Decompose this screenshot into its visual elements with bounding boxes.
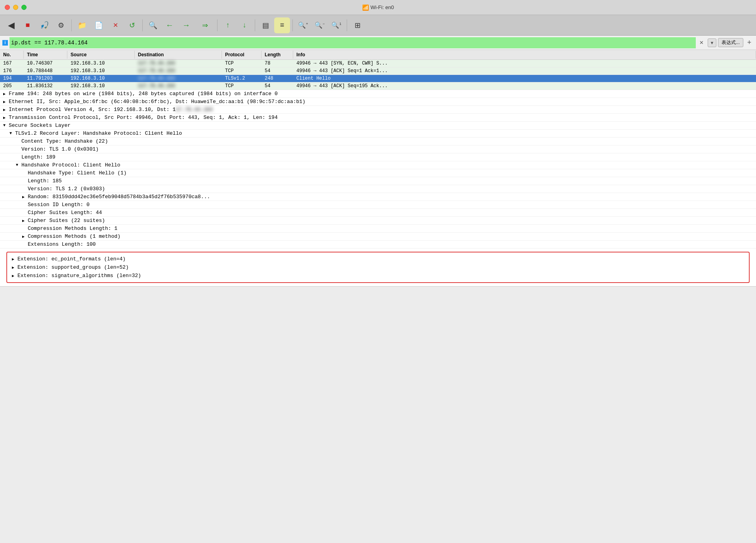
expand-arrow: ▶ xyxy=(3,99,9,104)
detail-panel: ▶ Frame 194: 248 bytes on wire (1984 bit… xyxy=(0,90,756,543)
back-btn[interactable]: ← xyxy=(162,17,178,33)
capture-filter-icon: 🎣 xyxy=(40,21,49,30)
col-no[interactable]: No. xyxy=(0,51,24,59)
capture-filter-btn[interactable]: 🎣 xyxy=(36,17,52,33)
expand-arrow: ▼ xyxy=(10,131,15,136)
cell-length: 54 xyxy=(262,82,293,90)
columns-btn[interactable]: ▤ xyxy=(258,17,273,33)
detail-panel-inner: ▶ Frame 194: 248 bytes on wire (1984 bit… xyxy=(0,90,756,287)
zoom-reset-btn[interactable]: 🔍1 xyxy=(328,17,344,33)
cell-source: 192.168.3.10 xyxy=(67,60,135,67)
resize-columns-btn[interactable]: ⊞ xyxy=(349,17,365,33)
columns-icon: ▤ xyxy=(262,21,269,30)
detail-row-handshake[interactable]: ▼ Handshake Protocol: Client Hello xyxy=(0,161,756,169)
col-info[interactable]: Info xyxy=(293,51,756,59)
file-icon: 📄 xyxy=(94,21,103,30)
packet-row[interactable]: 205 11.836132 192.168.3.10 117.78.44.164… xyxy=(0,82,756,90)
detail-row-tcp[interactable]: ▶ Transmission Control Protocol, Src Por… xyxy=(0,114,756,122)
detail-row-version[interactable]: Version: TLS 1.0 (0x0301) xyxy=(0,145,756,153)
reload-btn[interactable]: ↺ xyxy=(124,17,140,33)
window-title: 📶 Wi-Fi: en0 xyxy=(362,4,394,11)
col-destination[interactable]: Destination xyxy=(135,51,222,59)
detail-row-frame[interactable]: ▶ Frame 194: 248 bytes on wire (1984 bit… xyxy=(0,90,756,98)
cell-protocol: TLSv1.2 xyxy=(222,75,262,82)
detail-row-handshake-version[interactable]: Version: TLS 1.2 (0x0303) xyxy=(0,185,756,193)
detail-row-compression-methods-length[interactable]: Compression Methods Length: 1 xyxy=(0,225,756,233)
title-bar: 📶 Wi-Fi: en0 xyxy=(0,0,756,15)
detail-row-tls-record[interactable]: ▼ TLSv1.2 Record Layer: Handshake Protoc… xyxy=(0,130,756,138)
zoom-out-btn[interactable]: 🔍− xyxy=(312,17,328,33)
forward-btn[interactable]: → xyxy=(178,17,194,33)
detail-row-extensions-length[interactable]: Extensions Length: 100 xyxy=(0,241,756,249)
wireshark-logo-btn[interactable]: ◀ xyxy=(3,17,19,33)
detail-text: Compression Methods Length: 1 xyxy=(28,226,117,231)
open-file-btn[interactable]: 📄 xyxy=(91,17,107,33)
detail-row-compression-methods[interactable]: ▶ Compression Methods (1 method) xyxy=(0,233,756,241)
minimize-button[interactable] xyxy=(13,5,18,10)
detail-row-ethernet[interactable]: ▶ Ethernet II, Src: Apple_bc:6f:bc (6c:4… xyxy=(0,98,756,106)
folder-icon: 📁 xyxy=(78,21,86,30)
cell-no: 176 xyxy=(0,67,24,75)
detail-row-handshake-type[interactable]: Handshake Type: Client Hello (1) xyxy=(0,169,756,177)
separator-6 xyxy=(347,19,347,31)
open-folder-btn[interactable]: 📁 xyxy=(74,17,90,33)
cell-info: 49946 → 443 [ACK] Seq=1 Ack=1... xyxy=(293,67,756,75)
detail-row-ip[interactable]: ▶ Internet Protocol Version 4, Src: 192.… xyxy=(0,106,756,114)
detail-row-ext-supported-groups[interactable]: ▶ Extension: supported_groups (len=52) xyxy=(9,263,747,272)
cell-destination: 117.78.44.164 xyxy=(135,60,222,67)
detail-row-cipher-suites[interactable]: ▶ Cipher Suites (22 suites) xyxy=(0,217,756,225)
col-length[interactable]: Length xyxy=(262,51,293,59)
packet-row[interactable]: 167 10.746307 192.168.3.10 117.78.44.164… xyxy=(0,60,756,67)
zoom-reset-icon: 🔍1 xyxy=(331,21,341,29)
detail-text: Extension: signature_algorithms (len=32) xyxy=(17,273,141,279)
stop-capture-btn[interactable]: ■ xyxy=(20,17,36,33)
filter-clear-btn[interactable]: ✕ xyxy=(697,38,706,47)
detail-row-ssl[interactable]: ▼ Secure Sockets Layer xyxy=(0,122,756,130)
filter-dropdown-btn[interactable]: ▼ xyxy=(708,38,716,47)
scroll-down-btn[interactable]: ↓ xyxy=(237,17,252,33)
cell-protocol: TCP xyxy=(222,82,262,90)
cell-info: 49946 → 443 [ACK] Seq=195 Ack... xyxy=(293,82,756,90)
zoom-in-btn[interactable]: 🔍+ xyxy=(295,17,311,33)
detail-text: Length: 185 xyxy=(28,178,62,184)
cell-protocol: TCP xyxy=(222,67,262,75)
close-button[interactable] xyxy=(5,5,10,10)
filter-input[interactable] xyxy=(10,37,696,48)
detail-row-ext-signature-algorithms[interactable]: ▶ Extension: signature_algorithms (len=3… xyxy=(9,272,747,280)
cell-destination: 117.78.44.164 xyxy=(135,75,222,82)
col-time[interactable]: Time xyxy=(24,51,67,59)
detail-row-ext-ec-point-formats[interactable]: ▶ Extension: ec_point_formats (len=4) xyxy=(9,255,747,263)
goto-packet-btn[interactable]: ⇒ xyxy=(195,17,215,33)
toolbar: ◀ ■ 🎣 ⚙ 📁 📄 ✕ ↺ 🔍 ← → ⇒ ↑ xyxy=(0,15,756,36)
colorize-btn[interactable]: ≡ xyxy=(274,17,290,33)
cell-source: 192.168.3.10 xyxy=(67,82,135,90)
packet-row-selected[interactable]: 194 11.791203 192.168.3.10 117.78.44.164… xyxy=(0,75,756,82)
detail-text: TLSv1.2 Record Layer: Handshake Protocol… xyxy=(15,130,182,136)
detail-row-length-189[interactable]: Length: 189 xyxy=(0,153,756,161)
detail-row-session-id-length[interactable]: Session ID Length: 0 xyxy=(0,201,756,209)
detail-row-random[interactable]: ▶ Random: 83159ddd42ec36e5feb9048d5784b3… xyxy=(0,193,756,201)
col-protocol[interactable]: Protocol xyxy=(222,51,262,59)
detail-text: Secure Sockets Layer xyxy=(9,122,71,128)
back-arrow-icon: ← xyxy=(166,21,174,30)
maximize-button[interactable] xyxy=(21,5,27,10)
detail-row-content-type[interactable]: Content Type: Handshake (22) xyxy=(0,138,756,145)
filter-add-btn[interactable]: + xyxy=(745,38,754,47)
col-source[interactable]: Source xyxy=(67,51,135,59)
cell-info: 49946 → 443 [SYN, ECN, CWR] S... xyxy=(293,60,756,67)
scroll-up-btn[interactable]: ↑ xyxy=(220,17,236,33)
cell-destination: 117.78.44.164 xyxy=(135,82,222,90)
filter-expression-btn[interactable]: 表达式... xyxy=(718,38,743,47)
separator-3 xyxy=(217,19,218,31)
find-btn[interactable]: 🔍 xyxy=(145,17,161,33)
packet-row[interactable]: 176 10.788448 192.168.3.10 117.78.44.164… xyxy=(0,67,756,75)
cell-length: 248 xyxy=(262,75,293,82)
detail-row-handshake-length[interactable]: Length: 185 xyxy=(0,177,756,185)
detail-row-cipher-suites-length[interactable]: Cipher Suites Length: 44 xyxy=(0,209,756,217)
detail-text: Internet Protocol Version 4, Src: 192.16… xyxy=(9,107,213,113)
stop-icon: ■ xyxy=(26,21,30,29)
close-file-btn[interactable]: ✕ xyxy=(107,17,123,33)
settings-btn[interactable]: ⚙ xyxy=(53,17,69,33)
expand-arrow: ▶ xyxy=(12,257,17,262)
expand-arrow: ▶ xyxy=(3,107,9,112)
